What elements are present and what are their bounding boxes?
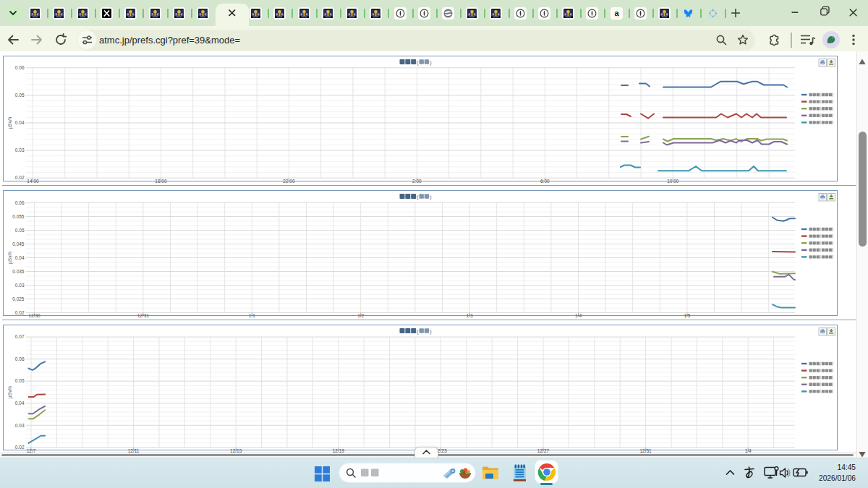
svg-text:1/3: 1/3 [467, 313, 473, 318]
svg-text:1/4: 1/4 [575, 313, 582, 318]
svg-text:2:00: 2:00 [412, 179, 422, 184]
svg-text:(: ( [417, 59, 419, 66]
svg-text:(: ( [417, 328, 419, 335]
svg-text:0.05: 0.05 [15, 378, 25, 383]
svg-text:): ) [430, 194, 432, 200]
svg-text:0.06: 0.06 [15, 200, 25, 205]
svg-text:14:00: 14:00 [27, 179, 39, 184]
svg-text:1/2: 1/2 [357, 313, 364, 318]
svg-text:): ) [430, 328, 432, 335]
svg-text:µSv/h: µSv/h [7, 116, 13, 129]
svg-text:0.04: 0.04 [15, 255, 25, 260]
svg-text:6:00: 6:00 [540, 179, 550, 184]
svg-text:1/1: 1/1 [249, 313, 255, 318]
svg-text:0.04: 0.04 [15, 120, 25, 125]
svg-text:0.07: 0.07 [15, 334, 25, 339]
svg-text:0.03: 0.03 [15, 283, 25, 288]
svg-text:0.03: 0.03 [15, 423, 25, 428]
svg-text:0.045: 0.045 [12, 241, 25, 247]
svg-text:a: a [614, 9, 619, 17]
svg-text:0.02: 0.02 [15, 445, 25, 450]
svg-text:0.02: 0.02 [15, 310, 25, 315]
svg-text:12/31: 12/31 [137, 313, 150, 318]
svg-text:0.05: 0.05 [15, 228, 25, 233]
svg-text:0.055: 0.055 [12, 214, 25, 219]
svg-text:0.02: 0.02 [15, 175, 25, 180]
svg-text:µSv/h: µSv/h [7, 252, 13, 264]
svg-text:0.025: 0.025 [12, 296, 25, 301]
svg-text:0.05: 0.05 [15, 93, 25, 98]
svg-text:µSv/h: µSv/h [7, 386, 13, 398]
svg-text:0.06: 0.06 [15, 356, 25, 361]
svg-text:0.04: 0.04 [15, 401, 25, 406]
svg-text:22:00: 22:00 [283, 179, 295, 184]
svg-text:18:00: 18:00 [155, 179, 167, 184]
svg-text:12/30: 12/30 [28, 313, 41, 318]
svg-text:): ) [430, 59, 432, 66]
svg-text:10:00: 10:00 [667, 179, 679, 184]
svg-text:0.035: 0.035 [12, 269, 25, 274]
svg-text:0.06: 0.06 [15, 65, 25, 70]
svg-text:1/5: 1/5 [684, 313, 690, 318]
svg-text:(: ( [417, 194, 419, 200]
svg-text:0.03: 0.03 [15, 147, 25, 153]
